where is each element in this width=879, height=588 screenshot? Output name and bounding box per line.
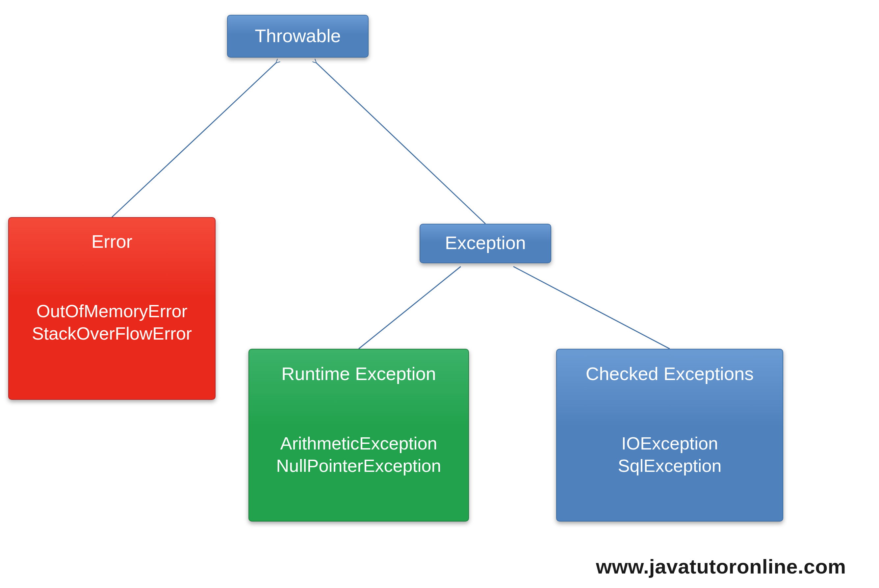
node-error: Error OutOfMemoryErrorStackOverFlowError	[8, 217, 216, 400]
node-error-examples: OutOfMemoryErrorStackOverFlowError	[32, 300, 192, 345]
node-exception-label: Exception	[445, 232, 526, 254]
svg-line-0	[112, 63, 276, 217]
node-runtime-label: Runtime Exception	[281, 363, 436, 385]
node-checked-exceptions: Checked Exceptions IOExceptionSqlExcepti…	[556, 349, 783, 522]
svg-line-2	[359, 267, 461, 349]
svg-line-1	[316, 63, 485, 224]
node-error-label: Error	[92, 230, 132, 252]
node-checked-examples: IOExceptionSqlException	[618, 432, 722, 477]
node-runtime-exception: Runtime Exception ArithmeticExceptionNul…	[249, 349, 469, 522]
node-throwable: Throwable	[227, 15, 369, 58]
svg-line-3	[513, 267, 670, 349]
watermark-url: www.javatutoronline.com	[596, 555, 846, 578]
node-checked-label: Checked Exceptions	[586, 363, 754, 385]
node-runtime-examples: ArithmeticExceptionNullPointerException	[276, 432, 441, 477]
node-throwable-label: Throwable	[255, 25, 340, 47]
node-exception: Exception	[420, 224, 551, 263]
